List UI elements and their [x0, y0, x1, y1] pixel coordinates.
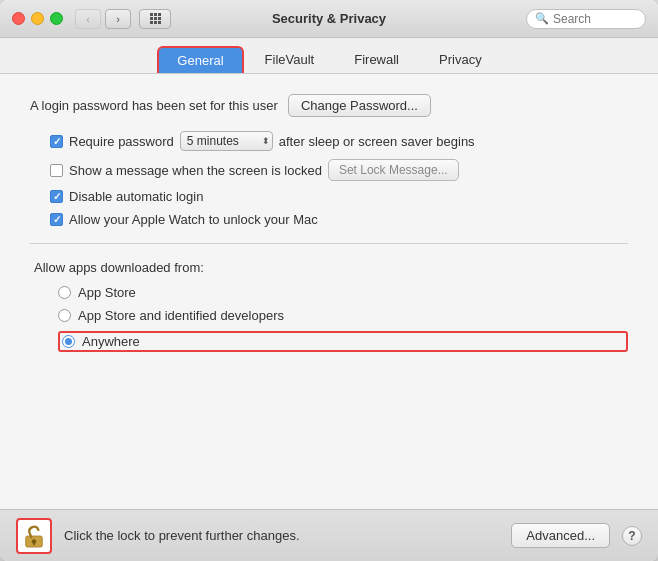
grid-icon: [150, 13, 161, 24]
password-time-select[interactable]: 5 minutes immediately 1 minute 15 minute…: [180, 131, 273, 151]
allow-watch-checkbox[interactable]: [50, 213, 63, 226]
titlebar: ‹ › Security & Privacy 🔍: [0, 0, 658, 38]
set-lock-message-button[interactable]: Set Lock Message...: [328, 159, 459, 181]
svg-rect-2: [33, 542, 35, 545]
allow-watch-label: Allow your Apple Watch to unlock your Ma…: [69, 212, 318, 227]
advanced-button[interactable]: Advanced...: [511, 523, 610, 548]
radio-group: App Store App Store and identified devel…: [58, 285, 628, 352]
lock-button[interactable]: [16, 518, 52, 554]
login-password-row: A login password has been set for this u…: [30, 94, 628, 117]
nav-buttons: ‹ ›: [75, 9, 131, 29]
allow-watch-row: Allow your Apple Watch to unlock your Ma…: [50, 212, 628, 227]
require-password-row: Require password 5 minutes immediately 1…: [50, 131, 628, 151]
search-input[interactable]: [553, 12, 643, 26]
anywhere-radio[interactable]: [62, 335, 75, 348]
maximize-button[interactable]: [50, 12, 63, 25]
change-password-button[interactable]: Change Password...: [288, 94, 431, 117]
traffic-lights: [12, 12, 63, 25]
app-store-label: App Store: [78, 285, 136, 300]
disable-autologin-checkbox[interactable]: [50, 190, 63, 203]
anywhere-radio-row-highlighted: Anywhere: [58, 331, 628, 352]
tab-privacy[interactable]: Privacy: [420, 46, 501, 73]
show-message-checkbox[interactable]: [50, 164, 63, 177]
allow-apps-section: Allow apps downloaded from: App Store Ap…: [30, 260, 628, 352]
disable-autologin-row: Disable automatic login: [50, 189, 628, 204]
require-password-label: Require password: [69, 134, 174, 149]
help-button[interactable]: ?: [622, 526, 642, 546]
search-box[interactable]: 🔍: [526, 9, 646, 29]
forward-button[interactable]: ›: [105, 9, 131, 29]
bottom-bar: Click the lock to prevent further change…: [0, 509, 658, 561]
lock-status-text: Click the lock to prevent further change…: [64, 528, 499, 543]
login-password-text: A login password has been set for this u…: [30, 98, 278, 113]
tab-filevault[interactable]: FileVault: [246, 46, 334, 73]
tab-bar: General FileVault Firewall Privacy: [0, 38, 658, 74]
search-icon: 🔍: [535, 12, 549, 25]
options-section: Require password 5 minutes immediately 1…: [50, 131, 628, 227]
minimize-button[interactable]: [31, 12, 44, 25]
app-store-radio[interactable]: [58, 286, 71, 299]
app-store-identified-label: App Store and identified developers: [78, 308, 284, 323]
show-message-label: Show a message when the screen is locked: [69, 163, 322, 178]
window: ‹ › Security & Privacy 🔍 General FileVau…: [0, 0, 658, 561]
app-store-identified-radio[interactable]: [58, 309, 71, 322]
app-store-radio-row: App Store: [58, 285, 628, 300]
content-area: A login password has been set for this u…: [0, 74, 658, 509]
password-time-select-wrapper: 5 minutes immediately 1 minute 15 minute…: [180, 131, 273, 151]
app-store-identified-radio-row: App Store and identified developers: [58, 308, 628, 323]
back-button[interactable]: ‹: [75, 9, 101, 29]
anywhere-label: Anywhere: [82, 334, 140, 349]
tab-firewall[interactable]: Firewall: [335, 46, 418, 73]
lock-icon: [23, 524, 45, 548]
window-title: Security & Privacy: [272, 11, 386, 26]
close-button[interactable]: [12, 12, 25, 25]
show-message-row: Show a message when the screen is locked…: [50, 159, 628, 181]
require-password-checkbox[interactable]: [50, 135, 63, 148]
disable-autologin-label: Disable automatic login: [69, 189, 203, 204]
require-password-suffix: after sleep or screen saver begins: [279, 134, 475, 149]
grid-view-button[interactable]: [139, 9, 171, 29]
section-divider: [30, 243, 628, 244]
tab-general[interactable]: General: [157, 46, 243, 73]
allow-apps-label: Allow apps downloaded from:: [34, 260, 628, 275]
